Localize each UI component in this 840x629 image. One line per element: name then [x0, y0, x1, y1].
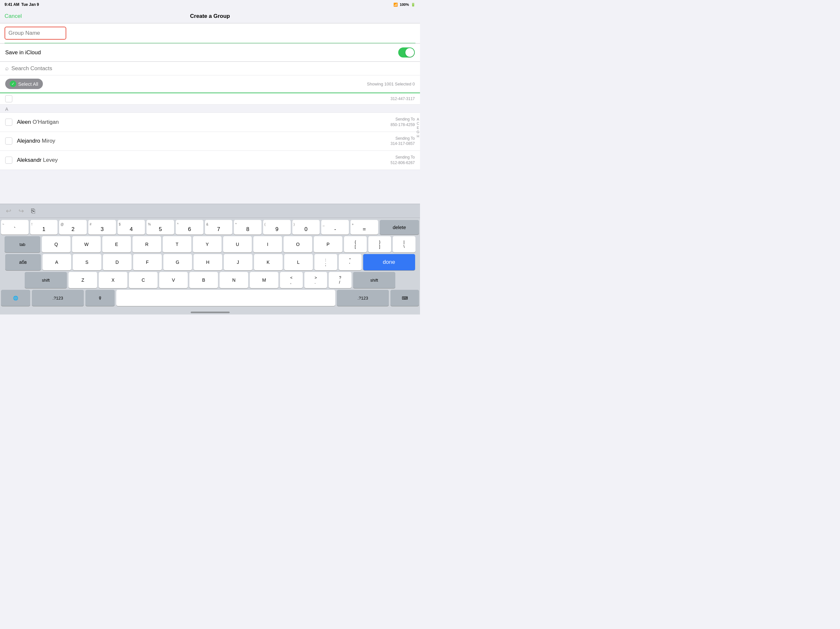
select-all-label: Select All [18, 81, 38, 87]
key-lbracket[interactable]: {[ [344, 236, 367, 253]
page-title: Create a Group [190, 13, 230, 19]
key-1[interactable]: !1 [30, 220, 58, 235]
search-section: ⌕ [0, 62, 420, 75]
redo-button[interactable]: ↪ [17, 205, 26, 216]
key-k[interactable]: K [254, 254, 283, 270]
key-h[interactable]: H [194, 254, 222, 270]
key-0[interactable]: )0 [292, 220, 320, 235]
key-n[interactable]: N [219, 272, 248, 288]
key-quote[interactable]: "' [339, 254, 362, 270]
contact-checkbox[interactable] [5, 119, 13, 126]
key-equals[interactable]: += [351, 220, 378, 235]
contact-first: Aleksandr [17, 157, 41, 163]
table-row[interactable]: Aleen O'Hartigan Sending To 850-178-4259 [0, 113, 420, 132]
group-name-input[interactable] [8, 30, 62, 36]
key-v[interactable]: V [159, 272, 188, 288]
key-i[interactable]: I [253, 236, 282, 253]
punct-left-key[interactable]: .?123 [32, 290, 84, 306]
table-row[interactable]: Alejandro Miroy Sending To 314-317-0857 [0, 132, 420, 151]
tab-key[interactable]: tab [5, 236, 40, 253]
punct-right-key[interactable]: .?123 [337, 290, 389, 306]
key-9[interactable]: (9 [263, 220, 291, 235]
key-x[interactable]: X [99, 272, 127, 288]
search-input[interactable] [11, 65, 415, 72]
mic-key[interactable]: 🎙 [85, 290, 115, 306]
key-g[interactable]: G [163, 254, 192, 270]
main-content: Save in iCloud ⌕ ✓ Select All Showing 10… [0, 24, 420, 314]
contact-last: Miroy [42, 138, 55, 144]
key-5[interactable]: %5 [147, 220, 174, 235]
key-d[interactable]: D [103, 254, 131, 270]
key-tilde[interactable]: ~` [1, 220, 28, 235]
contact-meta: 312-447-3117 [390, 96, 415, 102]
battery-label: 100% [400, 3, 409, 6]
group-name-input-wrapper[interactable] [5, 27, 66, 40]
key-a[interactable]: A [43, 254, 71, 270]
key-m[interactable]: M [250, 272, 278, 288]
done-key[interactable]: done [363, 254, 415, 270]
key-colon[interactable]: :; [314, 254, 337, 270]
contact-first: Alejandro [17, 138, 40, 144]
key-z[interactable]: Z [68, 272, 97, 288]
paste-button[interactable]: ⎘ [29, 206, 37, 216]
key-gt[interactable]: >. [304, 272, 327, 288]
key-r[interactable]: R [133, 236, 161, 253]
key-e[interactable]: E [102, 236, 131, 253]
key-b[interactable]: B [189, 272, 218, 288]
key-f[interactable]: F [133, 254, 162, 270]
index-a[interactable]: A [417, 117, 419, 121]
key-4[interactable]: $4 [118, 220, 145, 235]
abv-key[interactable]: абв [5, 254, 41, 270]
key-7[interactable]: &7 [205, 220, 232, 235]
index-c[interactable]: C [417, 122, 419, 125]
key-w[interactable]: W [72, 236, 101, 253]
key-p[interactable]: P [314, 236, 343, 253]
shift-right-key[interactable]: shift [353, 272, 395, 288]
index-g[interactable]: G [417, 130, 419, 134]
key-3[interactable]: #3 [88, 220, 116, 235]
key-8[interactable]: *8 [234, 220, 262, 235]
key-t[interactable]: T [163, 236, 191, 253]
key-rbracket[interactable]: }] [368, 236, 391, 253]
key-s[interactable]: S [73, 254, 101, 270]
key-qmark[interactable]: ?/ [329, 272, 352, 288]
contact-phone: 512-806-6267 [390, 161, 415, 165]
key-o[interactable]: O [284, 236, 312, 253]
shift-left-key[interactable]: shift [25, 272, 67, 288]
key-2[interactable]: @2 [59, 220, 87, 235]
contact-meta: Sending To 850-178-4259 [390, 117, 415, 128]
undo-button[interactable]: ↩ [4, 205, 13, 216]
keyboard-hide-key[interactable]: ⌨ [390, 290, 419, 306]
key-lt[interactable]: <, [280, 272, 303, 288]
select-all-check-icon: ✓ [10, 81, 16, 87]
key-j[interactable]: J [224, 254, 253, 270]
nav-bar: Cancel Create a Group [0, 9, 420, 24]
delete-key[interactable]: delete [380, 220, 419, 235]
key-pipe[interactable]: |\ [393, 236, 415, 253]
cancel-button[interactable]: Cancel [5, 13, 22, 19]
globe-key[interactable]: 🌐 [1, 290, 30, 306]
number-key-row: ~` !1 @2 #3 $4 %5 ^6 &7 *8 (9 )0 _- += d… [1, 220, 419, 235]
contact-checkbox[interactable] [5, 137, 13, 145]
contact-name: Alejandro Miroy [17, 138, 390, 144]
bottom-key-row: 🌐 .?123 🎙 .?123 ⌨ [1, 290, 419, 306]
key-minus[interactable]: _- [321, 220, 349, 235]
key-u[interactable]: U [223, 236, 252, 253]
search-icon: ⌕ [5, 65, 9, 72]
icloud-toggle[interactable] [398, 47, 415, 57]
select-all-button[interactable]: ✓ Select All [5, 79, 43, 89]
key-c[interactable]: C [129, 272, 158, 288]
contact-row-partial[interactable]: 312-447-3117 [0, 93, 420, 104]
index-e[interactable]: E [417, 126, 419, 130]
key-q[interactable]: Q [42, 236, 71, 253]
key-y[interactable]: Y [193, 236, 221, 253]
key-l[interactable]: L [284, 254, 313, 270]
contact-checkbox[interactable] [5, 95, 13, 102]
contact-checkbox[interactable] [5, 156, 13, 164]
space-key[interactable] [116, 290, 335, 306]
index-h[interactable]: H [417, 134, 419, 138]
key-6[interactable]: ^6 [176, 220, 203, 235]
table-row[interactable]: Aleksandr Levey Sending To 512-806-6267 [0, 151, 420, 170]
asdf-key-row: абв A S D F G H J K L :; "' done [1, 254, 419, 270]
zxcv-key-row: shift Z X C V B N M <, >. ?/ shift [1, 272, 419, 288]
